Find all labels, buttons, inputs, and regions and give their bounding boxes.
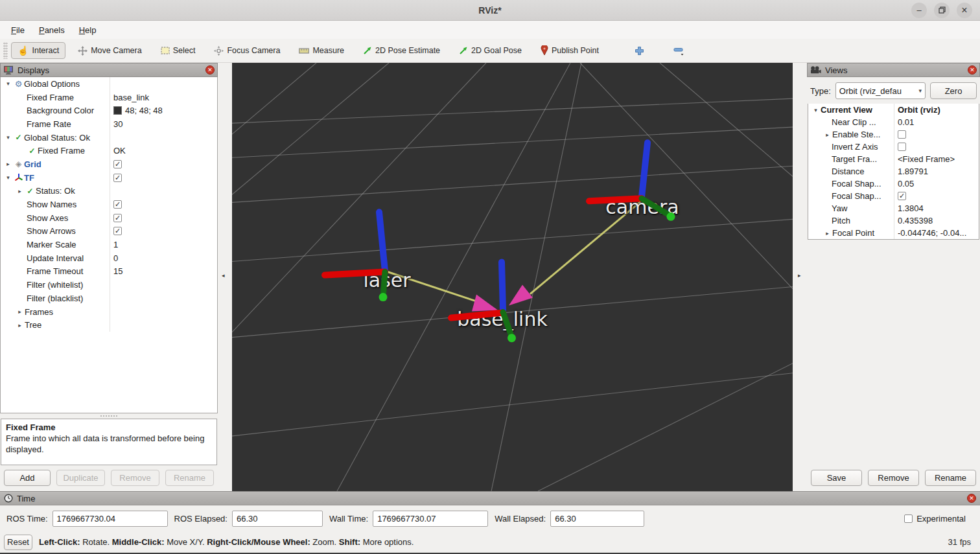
tree-row-frames[interactable]: ▸Frames xyxy=(1,305,217,319)
time-panel-header[interactable]: Time ✕ xyxy=(0,491,980,505)
tree-row-background-color[interactable]: Background Color 48; 48; 48 xyxy=(1,104,217,117)
expander-open-icon[interactable]: ▾ xyxy=(3,80,13,87)
row-label: Background Color xyxy=(27,106,94,115)
tree-row-show-axes[interactable]: Show Axes ✓ xyxy=(1,211,217,225)
checkbox-checked[interactable]: ✓ xyxy=(113,174,122,182)
minimize-button[interactable]: – xyxy=(911,3,927,18)
tool-select[interactable]: Select xyxy=(154,42,202,59)
move-camera-icon xyxy=(78,46,88,56)
menubar: File Panels Help xyxy=(0,21,980,39)
expander-closed-icon[interactable]: ▸ xyxy=(822,230,832,237)
expander-closed-icon[interactable]: ▸ xyxy=(15,188,25,194)
add-button[interactable]: Add xyxy=(4,470,51,486)
checkbox-checked[interactable]: ✓ xyxy=(113,227,122,235)
render-viewport[interactable]: laser base_link camera xyxy=(232,63,793,491)
tool-2d-pose-estimate[interactable]: 2D Pose Estimate xyxy=(356,42,447,59)
ruler-icon xyxy=(299,48,309,54)
tree-row-fixed-frame-status[interactable]: ✓Fixed Frame OK xyxy=(1,144,217,157)
wall-time-input[interactable]: 1769667730.07 xyxy=(373,511,488,527)
views-panel-header[interactable]: Views ✕ xyxy=(807,63,980,77)
collapse-right-icon[interactable]: ▸ xyxy=(798,272,801,279)
rename-view-button[interactable]: Rename xyxy=(925,470,976,486)
tool-focus-camera[interactable]: Focus Camera xyxy=(207,42,286,60)
checkbox-checked[interactable]: ✓ xyxy=(113,160,122,168)
view-type-combo[interactable]: Orbit (rviz_defau ▾ xyxy=(835,82,926,99)
tool-move-camera[interactable]: Move Camera xyxy=(71,42,148,60)
wall-elapsed-input[interactable]: 66.30 xyxy=(550,511,644,527)
tree-row-yaw[interactable]: Yaw 1.3804 xyxy=(808,202,979,214)
right-panel-splitter[interactable]: ▸ xyxy=(793,63,807,491)
reset-button[interactable]: Reset xyxy=(4,535,32,550)
experimental-checkbox[interactable] xyxy=(904,514,913,523)
fps-counter: 31 fps xyxy=(948,537,976,547)
collapse-left-icon[interactable]: ◂ xyxy=(222,272,225,279)
rename-button[interactable]: Rename xyxy=(165,470,214,486)
expander-open-icon[interactable]: ▾ xyxy=(811,107,821,113)
row-value: 1 xyxy=(110,238,217,251)
duplicate-button[interactable]: Duplicate xyxy=(56,470,105,486)
views-close-button[interactable]: ✕ xyxy=(968,65,977,75)
tool-measure[interactable]: Measure xyxy=(292,42,351,59)
time-close-button[interactable]: ✕ xyxy=(967,494,976,503)
tool-interact[interactable]: ☝ Interact xyxy=(11,42,65,59)
tree-row-enable-stereo[interactable]: ▸Enable Ste... xyxy=(808,128,979,141)
save-view-button[interactable]: Save xyxy=(811,470,862,486)
tree-row-show-arrows[interactable]: Show Arrows ✓ xyxy=(1,225,217,238)
restore-button[interactable] xyxy=(934,3,950,18)
tree-row-fixed-frame[interactable]: Fixed Frame base_link xyxy=(1,91,217,104)
tree-row-global-options[interactable]: ▾⚙Global Options xyxy=(1,77,217,91)
expander-closed-icon[interactable]: ▸ xyxy=(15,322,25,329)
add-tool-button[interactable] xyxy=(628,42,651,60)
left-panel-splitter[interactable]: ◂ xyxy=(218,63,232,491)
tree-row-frame-timeout[interactable]: Frame Timeout 15 xyxy=(1,265,217,279)
toolbar-drag-handle[interactable] xyxy=(3,42,8,59)
checkbox-unchecked[interactable] xyxy=(898,143,906,151)
tree-row-tree[interactable]: ▸Tree xyxy=(1,318,217,332)
titlebar[interactable]: RViz* – × xyxy=(0,0,980,21)
tree-row-grid[interactable]: ▸◈Grid ✓ xyxy=(1,157,217,171)
menu-help[interactable]: Help xyxy=(73,23,102,37)
expander-open-icon[interactable]: ▾ xyxy=(3,174,13,181)
remove-tool-button[interactable] xyxy=(667,41,691,60)
tool-2d-goal-pose[interactable]: 2D Goal Pose xyxy=(452,42,528,59)
tree-row-target-frame[interactable]: Target Fra... <Fixed Frame> xyxy=(808,153,979,165)
tree-row-tf-status[interactable]: ▸✓Status: Ok xyxy=(1,185,217,198)
tree-row-marker-scale[interactable]: Marker Scale 1 xyxy=(1,238,217,251)
expander-closed-icon[interactable]: ▸ xyxy=(15,308,25,315)
help-splitter[interactable] xyxy=(0,413,218,419)
checkbox-unchecked[interactable] xyxy=(898,130,906,139)
tree-row-focal-point[interactable]: ▸Focal Point -0.044746; -0.04... xyxy=(808,227,979,239)
remove-view-button[interactable]: Remove xyxy=(868,470,919,486)
tree-row-show-names[interactable]: Show Names ✓ xyxy=(1,198,217,211)
close-button[interactable]: × xyxy=(957,3,972,18)
tool-publish-point[interactable]: Publish Point xyxy=(534,41,605,60)
checkbox-checked[interactable]: ✓ xyxy=(113,214,122,222)
remove-button[interactable]: Remove xyxy=(111,470,159,486)
menu-panels[interactable]: Panels xyxy=(33,23,71,37)
displays-close-button[interactable]: ✕ xyxy=(205,65,215,75)
tree-row-frame-rate[interactable]: Frame Rate 30 xyxy=(1,117,217,131)
ros-time-input[interactable]: 1769667730.04 xyxy=(52,511,168,527)
tree-row-near-clip[interactable]: Near Clip ... 0.01 xyxy=(808,116,979,128)
tree-row-focal-shape-size[interactable]: Focal Shap... 0.05 xyxy=(808,178,979,190)
tree-row-global-status[interactable]: ▾✓Global Status: Ok xyxy=(1,131,217,144)
checkbox-checked[interactable]: ✓ xyxy=(898,192,906,200)
tree-row-focal-shape-fixed[interactable]: Focal Shap... ✓ xyxy=(808,190,979,202)
tree-row-distance[interactable]: Distance 1.89791 xyxy=(808,165,979,178)
zero-button[interactable]: Zero xyxy=(930,82,977,99)
tree-row-invert-z[interactable]: Invert Z Axis xyxy=(808,141,979,153)
tree-row-pitch[interactable]: Pitch 0.435398 xyxy=(808,214,979,227)
menu-file[interactable]: File xyxy=(5,23,30,37)
ros-elapsed-input[interactable]: 66.30 xyxy=(232,511,323,527)
tree-row-filter-whitelist[interactable]: Filter (whitelist) xyxy=(1,278,217,292)
tree-row-update-interval[interactable]: Update Interval 0 xyxy=(1,251,217,265)
tree-row-filter-blacklist[interactable]: Filter (blacklist) xyxy=(1,292,217,305)
tree-row-tf[interactable]: ▾ TF ✓ xyxy=(1,171,217,185)
checkbox-checked[interactable]: ✓ xyxy=(113,200,122,209)
displays-panel-header[interactable]: Displays ✕ xyxy=(0,63,218,77)
expander-closed-icon[interactable]: ▸ xyxy=(822,132,832,138)
close-icon: × xyxy=(961,5,967,16)
expander-closed-icon[interactable]: ▸ xyxy=(3,161,13,167)
expander-open-icon[interactable]: ▾ xyxy=(3,134,13,141)
tree-row-current-view[interactable]: ▾Current View Orbit (rviz) xyxy=(808,104,979,116)
